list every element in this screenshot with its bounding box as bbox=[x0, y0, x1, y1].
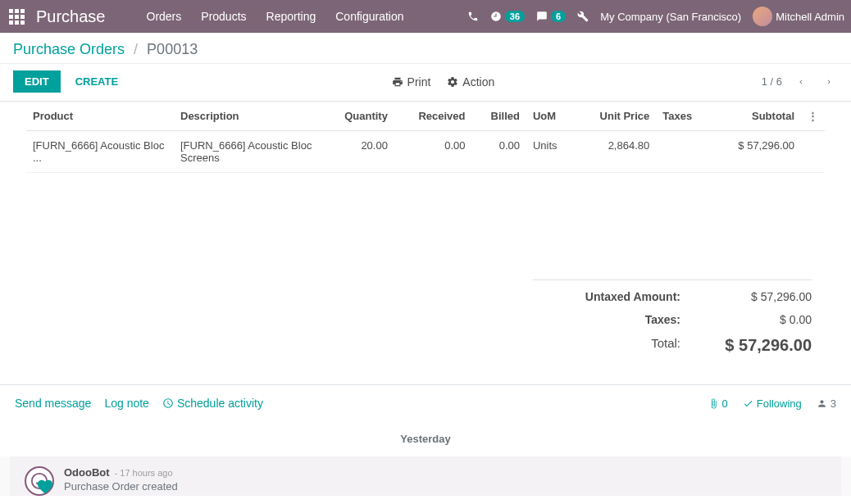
cell-product: [FURN_6666] Acoustic Bloc ... bbox=[26, 131, 174, 173]
col-taxes[interactable]: Taxes bbox=[656, 102, 711, 131]
message-time: - 17 hours ago bbox=[115, 468, 173, 478]
create-button[interactable]: CREATE bbox=[69, 70, 125, 93]
check-icon bbox=[743, 398, 753, 409]
taxes-value: $ 0.00 bbox=[705, 313, 812, 326]
breadcrumb: Purchase Orders / P00013 bbox=[13, 41, 838, 58]
cell-uom: Units bbox=[526, 131, 575, 173]
pager-prev[interactable] bbox=[792, 73, 810, 91]
col-uom[interactable]: UoM bbox=[526, 102, 575, 131]
breadcrumb-separator: / bbox=[134, 41, 138, 57]
print-label: Print bbox=[407, 75, 431, 89]
cell-billed: 0.00 bbox=[471, 131, 526, 173]
untaxed-value: $ 57,296.00 bbox=[705, 290, 812, 303]
totals: Untaxed Amount: $ 57,296.00 Taxes: $ 0.0… bbox=[0, 263, 851, 384]
gear-icon bbox=[447, 76, 458, 88]
user-menu[interactable]: Mitchell Admin bbox=[753, 7, 844, 26]
cell-description: [FURN_6666] Acoustic Bloc Screens bbox=[174, 131, 321, 173]
timeline-separator: Yesterday bbox=[0, 421, 851, 456]
col-received[interactable]: Received bbox=[394, 102, 472, 131]
cell-subtotal: $ 57,296.00 bbox=[711, 131, 801, 173]
chatter-bar: Send message Log note Schedule activity … bbox=[0, 384, 851, 421]
brand[interactable]: Purchase bbox=[36, 7, 106, 26]
clock-icon bbox=[162, 397, 174, 409]
taxes-label: Taxes: bbox=[533, 313, 705, 326]
messages-icon[interactable]: 6 bbox=[536, 11, 566, 22]
nav-configuration[interactable]: Configuration bbox=[327, 3, 412, 30]
content-scroll[interactable]: Product Description Quantity Received Bi… bbox=[0, 102, 851, 496]
schedule-activity-button[interactable]: Schedule activity bbox=[162, 397, 263, 410]
action-button[interactable]: Action bbox=[447, 75, 494, 89]
total-label: Total: bbox=[533, 336, 705, 355]
print-icon bbox=[392, 76, 403, 88]
attachments-count[interactable]: 0 bbox=[708, 397, 728, 410]
col-product[interactable]: Product bbox=[26, 102, 174, 131]
schedule-label: Schedule activity bbox=[177, 397, 263, 410]
untaxed-label: Untaxed Amount: bbox=[533, 290, 705, 303]
total-value: $ 57,296.00 bbox=[705, 336, 812, 355]
message-author: OdooBot bbox=[64, 466, 110, 479]
user-icon bbox=[817, 398, 827, 409]
cell-quantity: 20.00 bbox=[321, 131, 394, 173]
col-options[interactable]: ⋮ bbox=[801, 102, 825, 131]
send-message-button[interactable]: Send message bbox=[15, 397, 91, 410]
messages-badge: 6 bbox=[551, 11, 566, 22]
chevron-left-icon bbox=[797, 76, 805, 88]
log-note-button[interactable]: Log note bbox=[104, 397, 149, 410]
breadcrumb-root[interactable]: Purchase Orders bbox=[13, 41, 125, 57]
company-switcher[interactable]: My Company (San Francisco) bbox=[600, 11, 741, 23]
col-description[interactable]: Description bbox=[174, 102, 321, 131]
following-button[interactable]: Following bbox=[743, 397, 802, 410]
activities-badge: 36 bbox=[505, 11, 525, 22]
phone-icon[interactable] bbox=[467, 11, 479, 22]
cell-taxes bbox=[656, 131, 711, 173]
breadcrumb-current: P00013 bbox=[147, 41, 198, 57]
message: OdooBot - 17 hours ago Purchase Order cr… bbox=[10, 456, 841, 496]
table-row[interactable]: [FURN_6666] Acoustic Bloc ... [FURN_6666… bbox=[26, 131, 825, 173]
pager-count[interactable]: 1 / 6 bbox=[762, 75, 782, 88]
breadcrumb-bar: Purchase Orders / P00013 bbox=[0, 33, 851, 64]
user-avatar bbox=[753, 7, 772, 26]
order-lines-table: Product Description Quantity Received Bi… bbox=[26, 102, 825, 173]
navbar: Purchase Orders Products Reporting Confi… bbox=[0, 0, 851, 33]
nav-menu: Orders Products Reporting Configuration bbox=[139, 3, 412, 30]
col-subtotal[interactable]: Subtotal bbox=[711, 102, 801, 131]
col-unit-price[interactable]: Unit Price bbox=[575, 102, 656, 131]
activities-icon[interactable]: 36 bbox=[490, 11, 525, 22]
cell-unit-price: 2,864.80 bbox=[575, 131, 656, 173]
nav-orders[interactable]: Orders bbox=[139, 3, 190, 30]
nav-products[interactable]: Products bbox=[193, 3, 254, 30]
message-text: Purchase Order created bbox=[64, 480, 826, 493]
bot-avatar-icon bbox=[25, 466, 54, 496]
followers-value: 3 bbox=[831, 397, 836, 410]
attachments-value: 0 bbox=[722, 397, 728, 410]
paperclip-icon bbox=[708, 398, 719, 409]
control-panel: EDIT CREATE Print Action 1 / 6 bbox=[0, 64, 851, 102]
col-billed[interactable]: Billed bbox=[471, 102, 526, 131]
col-quantity[interactable]: Quantity bbox=[321, 102, 394, 131]
nav-reporting[interactable]: Reporting bbox=[258, 3, 325, 30]
pager: 1 / 6 bbox=[762, 73, 838, 91]
following-label: Following bbox=[757, 397, 802, 410]
apps-icon[interactable] bbox=[7, 7, 26, 26]
action-label: Action bbox=[462, 75, 494, 89]
followers-count[interactable]: 3 bbox=[817, 397, 836, 410]
edit-button[interactable]: EDIT bbox=[13, 70, 61, 93]
user-name: Mitchell Admin bbox=[776, 11, 844, 23]
print-button[interactable]: Print bbox=[392, 75, 431, 89]
cell-received: 0.00 bbox=[394, 131, 472, 173]
pager-next[interactable] bbox=[820, 73, 838, 91]
chevron-right-icon bbox=[825, 76, 833, 88]
debug-icon[interactable] bbox=[577, 11, 589, 22]
systray: 36 6 My Company (San Francisco) Mitchell… bbox=[467, 7, 844, 26]
